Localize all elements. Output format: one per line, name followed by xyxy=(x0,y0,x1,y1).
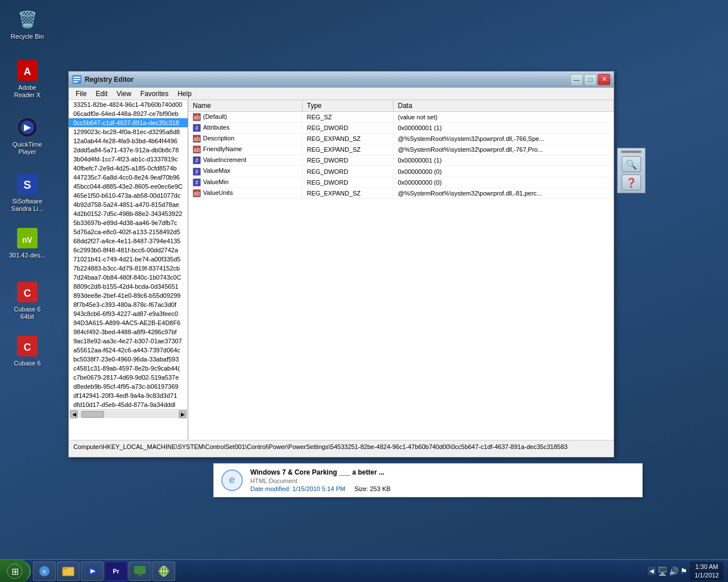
tree-item[interactable]: c4581c31-89ab-4597-8e2b-9c9cab44( xyxy=(69,364,188,373)
menu-help[interactable]: Help xyxy=(173,89,196,99)
col-type: Type xyxy=(302,100,393,112)
menu-edit[interactable]: Edit xyxy=(91,89,112,99)
value-type: REG_EXPAND_SZ xyxy=(302,134,393,144)
value-data: @%SystemRoot%\system32\powrprof.dll,-767… xyxy=(393,144,614,155)
cubase6-icon: C xyxy=(16,335,39,357)
tree-item[interactable]: 943c8cb6-6f93-4227-ad87-e9a3feec0 xyxy=(69,309,188,318)
value-row[interactable]: abValueUnitsREG_EXPAND_SZ@%SystemRoot%\s… xyxy=(188,188,614,198)
tree-item[interactable]: 1299023c-bc28-4f0a-81ec-d3295a8d8 xyxy=(69,127,188,136)
tray-arrow[interactable]: ◀ xyxy=(648,567,656,575)
value-row[interactable]: #ValueMaxREG_DWORD0x00000000 (0) xyxy=(188,166,614,177)
tree-item[interactable]: df142941-20f3-4edf-9a4a-9c83d3d71 xyxy=(69,391,188,400)
value-row[interactable]: abFriendlyNameREG_EXPAND_SZ@%SystemRoot%… xyxy=(188,144,614,155)
tree-item[interactable]: 06cadf0e-64ed-448a-8927-ce7bf90eb xyxy=(69,109,188,118)
minimize-button[interactable]: — xyxy=(570,74,583,85)
value-name: ab(Default) xyxy=(188,112,302,123)
file-modified: Date modified: 1/15/2010 5:14 PM xyxy=(250,485,345,492)
value-name: #ValueMin xyxy=(188,177,302,188)
tree-item[interactable]: 447235c7-6a8d-4cc0-8e24-9eaf70b96 xyxy=(69,173,188,182)
value-type: REG_SZ xyxy=(302,112,393,123)
desktop-icon-adobe[interactable]: A AdobeReader X xyxy=(6,57,49,101)
file-preview-type: HTML Document xyxy=(250,477,391,484)
taskbar-premiere-button[interactable]: Pr xyxy=(105,562,127,581)
taskbar-ie-button[interactable]: e xyxy=(33,562,56,581)
search-button[interactable]: 🔍 xyxy=(622,156,641,172)
taskbar-monitor-button[interactable] xyxy=(129,562,151,581)
value-row[interactable]: #ValueIncrementREG_DWORD0x00000001 (1) xyxy=(188,155,614,166)
desktop-icon-nvidia[interactable]: nV 301.42-des... xyxy=(6,225,49,261)
svg-text:C: C xyxy=(24,288,31,299)
maximize-button[interactable]: □ xyxy=(584,74,597,85)
taskbar-items: e Pr xyxy=(33,562,643,581)
desktop-icon-cubase64[interactable]: C Cubase 664bit xyxy=(6,278,49,323)
tree-item[interactable]: 2ddd5a84-5a71-437e-912a-db0b8c78 xyxy=(69,146,188,155)
reg-values[interactable]: Name Type Data ab(Default)REG_SZ(value n… xyxy=(188,100,614,440)
tree-item[interactable]: d8edeb9b-95cf-4f95-a73c-b06197369 xyxy=(69,382,188,391)
value-type: REG_DWORD xyxy=(302,123,393,134)
tree-item[interactable]: 8809c2d8-b155-42d4-bcda-0d345651 xyxy=(69,282,188,291)
tree-item[interactable]: c7be0679-2817-4d69-9d02-519a537e xyxy=(69,373,188,382)
tree-item[interactable]: 6c2993b0-8f48-481f-bcc6-00dd2742a xyxy=(69,246,188,255)
file-preview: e Windows 7 & Core Parking ___ a better … xyxy=(213,463,643,497)
value-data: (value not set) xyxy=(393,112,614,123)
tree-item[interactable]: 12a0ab44-fe28-4fa9-b3bd-4b64f4496 xyxy=(69,136,188,146)
value-row[interactable]: ab(Default)REG_SZ(value not set) xyxy=(188,112,614,123)
svg-text:A: A xyxy=(24,66,31,77)
tree-item[interactable]: 8f7b45e3-c393-480a-878c-f67ac3d0f xyxy=(69,300,188,309)
tree-item[interactable]: 68dd2f27-a4ce-4e11-8487-3794e4135 xyxy=(69,236,188,246)
menu-favorites[interactable]: Favorites xyxy=(136,89,173,99)
tree-item[interactable]: 5d76a2ca-e8c0-402f-a133-2158492d5 xyxy=(69,227,188,236)
menu-view[interactable]: View xyxy=(112,89,136,99)
tree-item[interactable]: a55612aa-f624-42c6-a443-7397d064c xyxy=(69,346,188,355)
file-size-label: Size: xyxy=(354,485,368,492)
desktop-icon-quicktime[interactable]: ▶ QuickTimePlayer xyxy=(6,114,49,158)
svg-rect-15 xyxy=(73,79,80,80)
taskbar-clock[interactable]: 1:30 AM 1/1/2012 xyxy=(690,562,723,580)
close-button[interactable]: ✕ xyxy=(598,74,610,85)
desktop-icon-cubase6[interactable]: C Cubase 6 xyxy=(6,332,49,369)
reg-tree[interactable]: 33251-82be-4824-96c1-47b60b740d00 06cadf… xyxy=(69,100,188,440)
tree-item[interactable]: 71021b41-c749-4d21-be74-a00f335d5 xyxy=(69,255,188,264)
taskbar-web-button[interactable] xyxy=(152,562,175,581)
svg-text:C: C xyxy=(24,342,31,353)
tree-item[interactable]: 94D3A615-A899-4AC5-AE2B-E4D8F6 xyxy=(69,318,188,327)
tree-item[interactable]: 3b04d4fd-1cc7-4f23-ab1c-d1337819c xyxy=(69,155,188,164)
taskbar-media-button[interactable] xyxy=(81,562,104,581)
svg-text:⊞: ⊞ xyxy=(11,567,19,576)
value-row[interactable]: abDescriptionREG_EXPAND_SZ@%SystemRoot%\… xyxy=(188,134,614,144)
start-button[interactable]: ⊞ xyxy=(0,560,31,583)
tree-item[interactable]: 9ac18e92-aa3c-4e27-b307-01ae37307 xyxy=(69,336,188,346)
tree-item[interactable]: 4b92d758-5a24-4851-a470-815d78ae xyxy=(69,200,188,209)
tree-item[interactable]: 7d24baa7-0b84-480f-840c-1b0743c0C xyxy=(69,273,188,282)
tree-item[interactable]: 40fbefc7-2e9d-4d25-a185-0cfd8574b xyxy=(69,164,188,173)
status-text: Computer\HKEY_LOCAL_MACHINE\SYSTEM\Contr… xyxy=(73,443,568,450)
cubase64-label: Cubase 664bit xyxy=(14,306,40,321)
value-name: #Attributes xyxy=(188,123,302,134)
tree-item[interactable]: dfd10d17-d5eb-45dd-877a-9a34dddl xyxy=(69,400,188,409)
tree-item[interactable]: 5b33697b-e89d-4d38-aa46-9e7dfb7c xyxy=(69,218,188,227)
desktop-icon-recycle-bin[interactable]: 🗑️ Recycle Bin xyxy=(6,6,49,43)
value-type: REG_DWORD xyxy=(302,177,393,188)
tree-item[interactable]: 984cf492-3bed-4488-a8f9-4286c97bf xyxy=(69,327,188,336)
tray-volume-icon[interactable]: 🔊 xyxy=(669,567,679,576)
tree-item[interactable]: 7b224883-b3cc-4d79-819f-8374152cb xyxy=(69,264,188,273)
taskbar-explorer-button[interactable] xyxy=(57,562,80,581)
col-name: Name xyxy=(188,100,302,112)
desktop-icon-sisoftware[interactable]: S SiSoftwareSandra Li... xyxy=(6,171,49,215)
value-row[interactable]: #ValueMinREG_DWORD0x00000000 (0) xyxy=(188,177,614,188)
col-data: Data xyxy=(393,100,614,112)
tree-item[interactable]: 465e1f50-b610-473a-ab58-00d1077dc xyxy=(69,191,188,200)
tray-action-icon[interactable]: ⚑ xyxy=(680,567,688,576)
tree-item[interactable]: 4d2b0152-7d5c-498b-88e2-343453922 xyxy=(69,209,188,218)
tree-item-selected[interactable]: 0cc5b647-c1df-4637-891a-dec35c318 xyxy=(69,118,188,127)
status-bar: Computer\HKEY_LOCAL_MACHINE\SYSTEM\Contr… xyxy=(69,440,614,452)
help-button[interactable]: ❓ xyxy=(622,174,641,190)
tree-item[interactable]: 45bcc044-d885-43e2-8605-ee0ec6e9C xyxy=(69,182,188,191)
value-data: @%SystemRoot%\system32\powrprof.dll,-81,… xyxy=(393,188,614,198)
menu-file[interactable]: File xyxy=(71,89,91,99)
clock-date: 1/1/2012 xyxy=(694,571,719,579)
tree-item[interactable]: 33251-82be-4824-96c1-47b60b740d00 xyxy=(69,100,188,109)
tree-item[interactable]: bc5038f7-23e0-4960-96da-33abaf593 xyxy=(69,355,188,364)
value-row[interactable]: #AttributesREG_DWORD0x00000001 (1) xyxy=(188,123,614,134)
tree-item[interactable]: 893dee8e-2bef-41e0-89c6-b55d09299 xyxy=(69,291,188,300)
